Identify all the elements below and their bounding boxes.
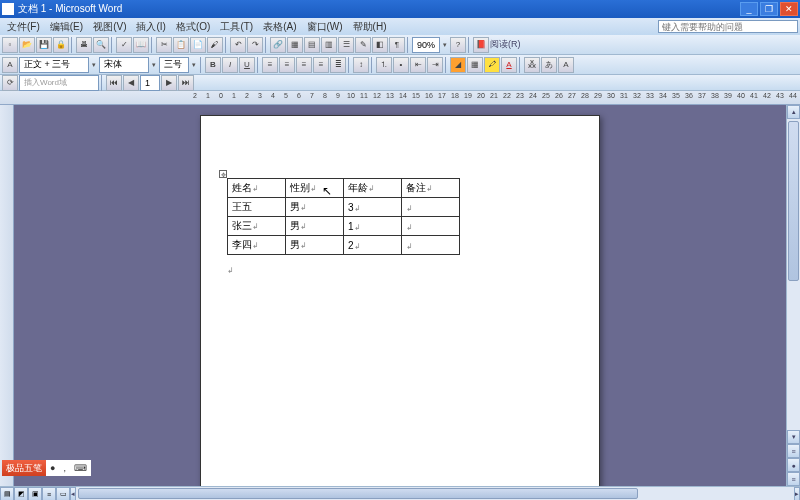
format-painter-icon[interactable]: 🖌 xyxy=(207,37,223,53)
menu-help[interactable]: 帮助(H) xyxy=(348,20,392,34)
scroll-thumb-h[interactable] xyxy=(78,488,638,499)
menu-format[interactable]: 格式(O) xyxy=(171,20,215,34)
char-scale-icon[interactable]: ⁂ xyxy=(524,57,540,73)
drawing-icon[interactable]: ✎ xyxy=(355,37,371,53)
read-label[interactable]: 阅读(R) xyxy=(490,38,521,51)
style-dropdown[interactable]: 正文 + 三号 xyxy=(19,57,89,73)
browse-object-icon[interactable]: ● xyxy=(787,458,800,472)
shading-icon[interactable]: 🖍 xyxy=(484,57,500,73)
reading-view-icon[interactable]: ▭ xyxy=(56,487,70,500)
show-para-icon[interactable]: ¶ xyxy=(389,37,405,53)
bullets-icon[interactable]: • xyxy=(393,57,409,73)
menu-table[interactable]: 表格(A) xyxy=(258,20,301,34)
prev-page-icon[interactable]: ≡ xyxy=(787,444,800,458)
print-view-icon[interactable]: ▣ xyxy=(28,487,42,500)
permission-icon[interactable]: 🔒 xyxy=(53,37,69,53)
align-left-icon[interactable]: ≡ xyxy=(262,57,278,73)
menu-edit[interactable]: 编辑(E) xyxy=(45,20,88,34)
italic-icon[interactable]: I xyxy=(222,57,238,73)
chevron-down-icon[interactable]: ▾ xyxy=(441,41,449,49)
word-count-box[interactable]: 插入Word域 xyxy=(19,75,99,91)
next-page-icon[interactable]: ≡ xyxy=(787,472,800,486)
nav-first-icon[interactable]: ⏮ xyxy=(106,75,122,91)
horizontal-scrollbar[interactable]: ▤ ◩ ▣ ≡ ▭ ◂ ▸ xyxy=(0,486,800,500)
bold-icon[interactable]: B xyxy=(205,57,221,73)
hyperlink-icon[interactable]: 🔗 xyxy=(270,37,286,53)
ime-name[interactable]: 极品五笔 xyxy=(2,460,46,476)
table-move-handle-icon[interactable]: ✥ xyxy=(219,170,227,178)
menu-window[interactable]: 窗口(W) xyxy=(302,20,348,34)
nav-page-box[interactable]: 1 xyxy=(140,75,160,91)
scroll-down-icon[interactable]: ▾ xyxy=(787,430,800,444)
underline-icon[interactable]: U xyxy=(239,57,255,73)
line-spacing-icon[interactable]: ↕ xyxy=(353,57,369,73)
ime-bar[interactable]: 极品五笔 ● , ⌨ xyxy=(2,460,91,476)
new-doc-icon[interactable]: ▫ xyxy=(2,37,18,53)
styles-pane-icon[interactable]: A xyxy=(2,57,18,73)
nav-last-icon[interactable]: ⏭ xyxy=(178,75,194,91)
document-area[interactable]: ✥ 姓名↲ 性别↲ 年龄↲ 备注↲ 王五 男↲ 3↲ ↲ 张三↲ 男↲ 1↲ xyxy=(14,105,786,486)
align-right-icon[interactable]: ≡ xyxy=(296,57,312,73)
chevron-down-icon[interactable]: ▾ xyxy=(90,61,98,69)
border-icon[interactable]: ▦ xyxy=(467,57,483,73)
menu-insert[interactable]: 插入(I) xyxy=(131,20,170,34)
excel-icon[interactable]: ▥ xyxy=(321,37,337,53)
vertical-scrollbar[interactable]: ▴ ▾ ≡ ● ≡ xyxy=(786,105,800,486)
normal-view-icon[interactable]: ▤ xyxy=(0,487,14,500)
help-icon[interactable]: ? xyxy=(450,37,466,53)
phonetic-icon[interactable]: あ xyxy=(541,57,557,73)
doc-map-icon[interactable]: ◧ xyxy=(372,37,388,53)
align-justify-icon[interactable]: ≡ xyxy=(313,57,329,73)
menu-tools[interactable]: 工具(T) xyxy=(215,20,258,34)
ime-mode-icon[interactable]: ● xyxy=(46,460,59,476)
maximize-button[interactable]: ❐ xyxy=(760,2,778,16)
horizontal-ruler[interactable]: 2101234567891011121314151617181920212223… xyxy=(0,91,800,105)
vertical-ruler[interactable] xyxy=(0,105,14,486)
tables-borders-icon[interactable]: ▦ xyxy=(287,37,303,53)
word-count-icon[interactable]: ⟳ xyxy=(2,75,18,91)
columns-icon[interactable]: ☰ xyxy=(338,37,354,53)
help-search-input[interactable] xyxy=(658,20,798,33)
chevron-down-icon[interactable]: ▾ xyxy=(150,61,158,69)
nav-next-icon[interactable]: ▶ xyxy=(161,75,177,91)
char-border-icon[interactable]: A xyxy=(558,57,574,73)
redo-icon[interactable]: ↷ xyxy=(247,37,263,53)
print-icon[interactable]: 🖶 xyxy=(76,37,92,53)
chevron-down-icon[interactable]: ▾ xyxy=(190,61,198,69)
close-button[interactable]: ✕ xyxy=(780,2,798,16)
outdent-icon[interactable]: ⇤ xyxy=(410,57,426,73)
distribute-icon[interactable]: ≣ xyxy=(330,57,346,73)
paste-icon[interactable]: 📄 xyxy=(190,37,206,53)
web-view-icon[interactable]: ◩ xyxy=(14,487,28,500)
open-icon[interactable]: 📂 xyxy=(19,37,35,53)
outline-view-icon[interactable]: ≡ xyxy=(42,487,56,500)
font-dropdown[interactable]: 宋体 xyxy=(99,57,149,73)
undo-icon[interactable]: ↶ xyxy=(230,37,246,53)
numbering-icon[interactable]: ⒈ xyxy=(376,57,392,73)
document-table[interactable]: 姓名↲ 性别↲ 年龄↲ 备注↲ 王五 男↲ 3↲ ↲ 张三↲ 男↲ 1↲ ↲ xyxy=(227,178,460,255)
menu-view[interactable]: 视图(V) xyxy=(88,20,131,34)
table-cell: 3↲ xyxy=(344,198,402,217)
scroll-thumb[interactable] xyxy=(788,121,799,281)
scroll-right-icon[interactable]: ▸ xyxy=(794,487,800,500)
ime-punct-icon[interactable]: , xyxy=(59,460,70,476)
copy-icon[interactable]: 📋 xyxy=(173,37,189,53)
font-color-icon[interactable]: A xyxy=(501,57,517,73)
save-icon[interactable]: 💾 xyxy=(36,37,52,53)
align-center-icon[interactable]: ≡ xyxy=(279,57,295,73)
preview-icon[interactable]: 🔍 xyxy=(93,37,109,53)
highlight-icon[interactable]: ◢ xyxy=(450,57,466,73)
spell-icon[interactable]: ✓ xyxy=(116,37,132,53)
size-dropdown[interactable]: 三号 xyxy=(159,57,189,73)
zoom-dropdown[interactable]: 90% xyxy=(412,37,440,53)
cut-icon[interactable]: ✂ xyxy=(156,37,172,53)
research-icon[interactable]: 📖 xyxy=(133,37,149,53)
nav-prev-icon[interactable]: ◀ xyxy=(123,75,139,91)
minimize-button[interactable]: _ xyxy=(740,2,758,16)
menu-file[interactable]: 文件(F) xyxy=(2,20,45,34)
insert-table-icon[interactable]: ▤ xyxy=(304,37,320,53)
indent-icon[interactable]: ⇥ xyxy=(427,57,443,73)
ime-keyboard-icon[interactable]: ⌨ xyxy=(70,460,91,476)
scroll-up-icon[interactable]: ▴ xyxy=(787,105,800,119)
read-icon[interactable]: 📕 xyxy=(473,37,489,53)
